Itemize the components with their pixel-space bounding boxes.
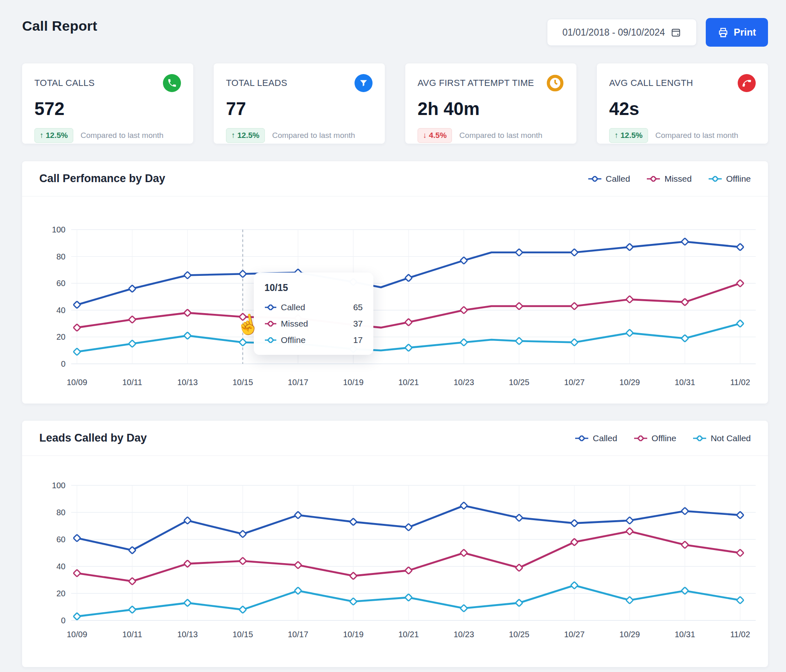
svg-text:10/25: 10/25 [509, 378, 529, 387]
svg-text:10/19: 10/19 [343, 630, 364, 639]
leads-called-panel: Leads Called by Day Called Offline Not C… [22, 421, 768, 667]
legend-item-offline[interactable]: Offline [708, 174, 751, 184]
svg-text:100: 100 [52, 481, 66, 490]
leads-called-chart[interactable]: 02040608010010/0910/1110/1310/1510/1710/… [22, 456, 768, 667]
print-button[interactable]: Print [706, 18, 768, 47]
compare-text: Compared to last month [459, 131, 542, 140]
stat-label: AVG FIRST ATTEMPT TIME [418, 78, 534, 88]
svg-text:10/15: 10/15 [233, 630, 253, 639]
legend-marker-icon [264, 337, 277, 343]
compare-text: Compared to last month [655, 131, 739, 140]
date-range-value: 01/01/2018 - 09/10/2024 [562, 27, 665, 38]
stat-value: 572 [34, 99, 181, 119]
trend-badge: ↑ 12.5% [609, 128, 648, 143]
legend-marker-icon [708, 176, 722, 182]
panel-title: Call Perfomance by Day [39, 172, 165, 185]
svg-text:10/25: 10/25 [509, 630, 529, 639]
svg-text:10/27: 10/27 [564, 378, 585, 387]
svg-text:60: 60 [56, 535, 66, 544]
svg-text:11/02: 11/02 [730, 630, 750, 639]
svg-text:40: 40 [56, 306, 66, 315]
phone-missed-icon [738, 74, 756, 92]
svg-text:80: 80 [56, 508, 66, 517]
legend-item-not-called[interactable]: Not Called [693, 433, 751, 443]
svg-text:10/11: 10/11 [122, 630, 142, 639]
svg-text:10/11: 10/11 [122, 378, 142, 387]
legend-item-called[interactable]: Called [588, 174, 630, 184]
svg-text:0: 0 [61, 359, 66, 368]
compare-text: Compared to last month [272, 131, 355, 140]
compare-text: Compared to last month [81, 131, 164, 140]
svg-text:0: 0 [61, 616, 66, 625]
chart-tooltip: 10/15 Called 65 Missed 37 Offline 17 [254, 273, 373, 355]
legend-marker-icon [264, 321, 277, 327]
svg-text:10/13: 10/13 [177, 630, 198, 639]
legend-marker-icon [575, 435, 589, 441]
legend-item-offline[interactable]: Offline [634, 433, 676, 443]
call-performance-panel: Call Perfomance by Day Called Missed Off… [22, 161, 768, 404]
svg-text:10/19: 10/19 [343, 378, 364, 387]
svg-text:100: 100 [52, 225, 66, 234]
svg-text:10/09: 10/09 [67, 378, 87, 387]
stat-label: TOTAL LEADS [226, 78, 287, 88]
svg-text:10/31: 10/31 [675, 378, 695, 387]
tooltip-row-called: Called 65 [264, 302, 363, 312]
svg-text:60: 60 [56, 279, 66, 288]
trend-badge: ↑ 12.5% [226, 128, 265, 143]
legend-item-missed[interactable]: Missed [646, 174, 692, 184]
svg-text:20: 20 [56, 589, 66, 598]
tooltip-row-offline: Offline 17 [264, 335, 363, 345]
svg-text:10/17: 10/17 [288, 378, 308, 387]
trend-badge: ↑ 12.5% [34, 128, 73, 143]
svg-text:10/15: 10/15 [233, 378, 253, 387]
svg-text:80: 80 [56, 252, 66, 261]
stat-card-total-leads: TOTAL LEADS 77 ↑ 12.5% Compared to last … [214, 63, 385, 144]
stat-label: AVG CALL LENGTH [609, 78, 693, 88]
svg-text:10/29: 10/29 [619, 378, 640, 387]
legend-marker-icon [693, 435, 707, 441]
svg-text:10/27: 10/27 [564, 630, 585, 639]
svg-text:10/17: 10/17 [288, 630, 308, 639]
legend-marker-icon [634, 435, 648, 441]
legend-item-called[interactable]: Called [575, 433, 617, 443]
funnel-icon [355, 74, 373, 92]
phone-icon [163, 74, 181, 92]
stat-value: 77 [226, 99, 373, 119]
tooltip-date: 10/15 [264, 282, 363, 293]
clock-icon [546, 74, 564, 92]
stat-card-total-calls: TOTAL CALLS 572 ↑ 12.5% Compared to last… [22, 63, 193, 144]
panel-title: Leads Called by Day [39, 432, 147, 444]
stat-label: TOTAL CALLS [34, 78, 95, 88]
svg-text:10/21: 10/21 [398, 378, 419, 387]
trend-badge: ↓ 4.5% [418, 128, 452, 143]
stat-value: 2h 40m [418, 99, 564, 119]
legend-marker-icon [646, 176, 660, 182]
stat-value: 42s [609, 99, 756, 119]
svg-text:10/31: 10/31 [675, 630, 695, 639]
svg-text:10/23: 10/23 [454, 630, 474, 639]
legend-marker-icon [588, 176, 602, 182]
svg-text:40: 40 [56, 562, 66, 571]
svg-text:10/13: 10/13 [177, 378, 198, 387]
calendar-icon [671, 27, 681, 38]
date-range-picker[interactable]: 01/01/2018 - 09/10/2024 [547, 19, 697, 46]
svg-text:11/02: 11/02 [730, 378, 750, 387]
legend: Called Missed Offline [588, 174, 751, 184]
tooltip-row-missed: Missed 37 [264, 319, 363, 329]
printer-icon [718, 27, 729, 38]
svg-text:20: 20 [56, 332, 66, 341]
legend: Called Offline Not Called [575, 433, 751, 443]
page-title: Call Report [22, 18, 97, 34]
svg-text:10/21: 10/21 [398, 630, 419, 639]
call-performance-chart[interactable]: 02040608010010/0910/1110/1310/1510/1710/… [22, 196, 768, 404]
svg-text:10/23: 10/23 [454, 378, 474, 387]
legend-marker-icon [264, 304, 277, 310]
svg-text:10/09: 10/09 [67, 630, 87, 639]
stat-card-avg-first-attempt: AVG FIRST ATTEMPT TIME 2h 40m ↓ 4.5% Com… [405, 63, 576, 144]
stat-card-avg-call-length: AVG CALL LENGTH 42s ↑ 12.5% Compared to … [597, 63, 768, 144]
svg-text:10/29: 10/29 [619, 630, 640, 639]
